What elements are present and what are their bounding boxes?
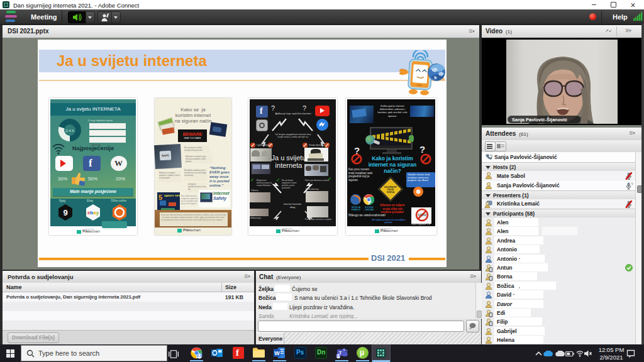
svg-text:2-4 h: 2-4 h [65, 129, 74, 133]
svg-text:SPAM: SPAM [418, 213, 426, 217]
svg-text:ebay: ebay [87, 210, 99, 216]
svg-text:W: W [274, 350, 280, 356]
svg-text:9: 9 [63, 208, 67, 217]
